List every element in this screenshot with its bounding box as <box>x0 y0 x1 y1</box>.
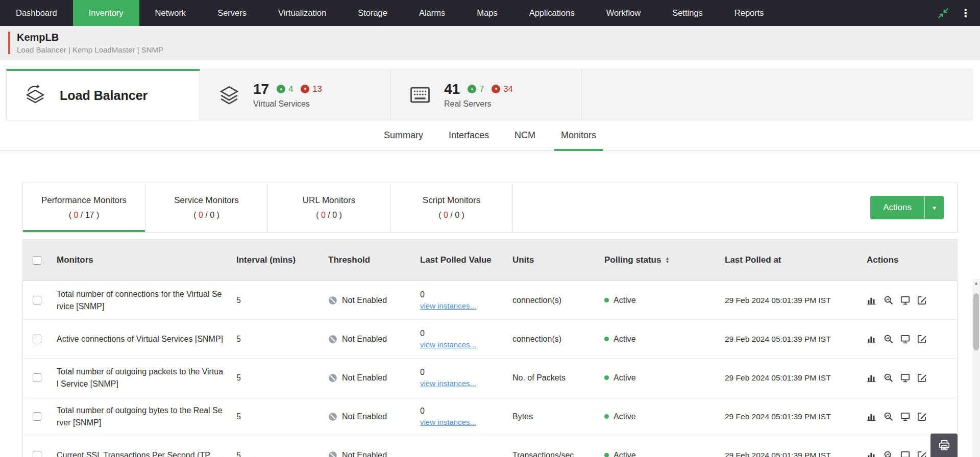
table-row: Active connections of Virtual Services [… <box>23 320 957 359</box>
threshold-text: Not Enabled <box>342 412 387 421</box>
nav-item-settings[interactable]: Settings <box>656 0 719 26</box>
edit-icon[interactable] <box>917 412 927 421</box>
stats-strip: 17 ▲ 4 ▼ 13 Virtual Services <box>200 69 972 120</box>
device-type-card[interactable]: Load Balancer <box>6 69 200 120</box>
nav-item-network[interactable]: Network <box>139 0 202 26</box>
tab-count: 00 <box>193 211 219 220</box>
monitor-name: Current SSL Transactions Per Second (TP <box>51 446 230 457</box>
tab-service-monitors[interactable]: Service Monitors 00 <box>145 183 268 232</box>
device-type-label: Load Balancer <box>60 88 148 103</box>
header-polling-status[interactable]: Polling status ▲▼ <box>598 252 719 268</box>
nav-right-controls: ⋮ <box>938 0 980 26</box>
virtual-services-down: ▼ 13 <box>301 84 322 94</box>
actions-dropdown-button[interactable]: ▾ <box>924 196 944 219</box>
tab-url-monitors[interactable]: URL Monitors 00 <box>268 183 390 232</box>
nav-item-storage[interactable]: Storage <box>342 0 403 26</box>
zoom-graph-icon[interactable] <box>884 412 893 421</box>
edit-icon[interactable] <box>917 295 927 305</box>
view-instances-link[interactable]: view instances... <box>420 418 476 426</box>
status-dot <box>604 375 609 380</box>
not-enabled-icon <box>328 335 337 344</box>
nav-item-dashboard[interactable]: Dashboard <box>0 0 73 26</box>
row-checkbox[interactable] <box>33 296 41 304</box>
bar-chart-icon[interactable] <box>867 373 876 383</box>
down-arrow-icon: ▼ <box>492 85 500 93</box>
tab-script-monitors[interactable]: Script Monitors 00 <box>390 183 513 232</box>
virtual-services-card[interactable]: 17 ▲ 4 ▼ 13 Virtual Services <box>200 69 391 120</box>
monitor-name: Total number of outgoing bytes to the Re… <box>51 401 230 431</box>
nav-item-reports[interactable]: Reports <box>719 0 780 26</box>
tab-count: 017 <box>69 211 100 220</box>
up-count: 4 <box>288 84 293 94</box>
nav-item-maps[interactable]: Maps <box>461 0 513 26</box>
sort-icon[interactable]: ▲▼ <box>665 257 669 264</box>
monitor-icon[interactable] <box>900 334 910 344</box>
monitor-icon[interactable] <box>900 450 910 457</box>
bar-chart-icon[interactable] <box>867 295 876 305</box>
nav-item-alarms[interactable]: Alarms <box>403 0 461 26</box>
not-enabled-icon <box>328 412 337 421</box>
row-checkbox[interactable] <box>33 373 41 382</box>
stats-strip-filler <box>582 69 972 120</box>
nav-item-servers[interactable]: Servers <box>202 0 262 26</box>
tab-interfaces[interactable]: Interfaces <box>436 120 502 150</box>
zoom-graph-icon[interactable] <box>884 373 893 383</box>
real-servers-card[interactable]: 41 ▲ 7 ▼ 34 Real Servers <box>391 69 582 120</box>
edit-icon[interactable] <box>917 373 927 383</box>
monitor-icon[interactable] <box>900 295 910 305</box>
nav-item-workflow[interactable]: Workflow <box>591 0 657 26</box>
collapse-view-icon[interactable] <box>938 8 949 19</box>
scrollbar-thumb[interactable] <box>973 293 979 350</box>
bar-chart-icon[interactable] <box>867 334 876 344</box>
scroll-up-icon[interactable]: ▲ <box>972 281 980 286</box>
header-actions: Actions <box>861 252 957 268</box>
bar-chart-icon[interactable] <box>867 412 876 421</box>
tab-summary[interactable]: Summary <box>371 120 436 150</box>
bar-chart-icon[interactable] <box>867 450 876 457</box>
interval-value: 5 <box>230 448 322 457</box>
up-arrow-icon: ▲ <box>468 85 476 93</box>
interval-value: 5 <box>230 409 322 424</box>
view-instances-link[interactable]: view instances... <box>420 301 476 310</box>
view-instances-link[interactable]: view instances... <box>420 340 476 349</box>
monitor-icon[interactable] <box>900 412 910 421</box>
tab-monitors[interactable]: Monitors <box>548 120 609 150</box>
nav-item-applications[interactable]: Applications <box>513 0 591 26</box>
tab-ncm[interactable]: NCM <box>502 120 548 150</box>
threshold-text: Not Enabled <box>342 335 387 344</box>
zoom-graph-icon[interactable] <box>884 295 893 305</box>
row-checkbox[interactable] <box>33 412 41 421</box>
printer-icon <box>938 439 951 452</box>
header-polling-status-label: Polling status <box>604 255 661 265</box>
last-polled-at: 29 Feb 2024 05:01:39 PM IST <box>719 332 861 347</box>
view-instances-link[interactable]: view instances... <box>420 379 476 388</box>
tab-label: Performance Monitors <box>41 195 127 206</box>
select-all-checkbox[interactable] <box>33 256 41 265</box>
threshold-text: Not Enabled <box>342 296 387 305</box>
virtual-services-count: 17 <box>253 81 269 97</box>
last-polled-at: 29 Feb 2024 05:01:39 PM IST <box>719 293 861 308</box>
more-options-icon[interactable]: ⋮ <box>960 8 971 18</box>
up-arrow-icon: ▲ <box>277 85 285 93</box>
last-polled-value: 0 <box>420 407 500 416</box>
print-button[interactable] <box>930 434 958 457</box>
vertical-scrollbar[interactable]: ▲ <box>972 279 980 457</box>
nav-item-inventory[interactable]: Inventory <box>73 0 139 26</box>
edit-icon[interactable] <box>917 450 927 457</box>
last-polled-value: 0 <box>420 329 500 338</box>
actions-button[interactable]: Actions <box>870 196 924 219</box>
zoom-graph-icon[interactable] <box>884 334 893 344</box>
row-checkbox[interactable] <box>33 451 41 457</box>
edit-icon[interactable] <box>917 334 927 344</box>
tab-count: 00 <box>316 211 342 220</box>
monitor-icon[interactable] <box>900 373 910 383</box>
status-dot <box>604 453 609 457</box>
table-row: Total number of connections for the Virt… <box>23 281 957 320</box>
zoom-graph-icon[interactable] <box>884 450 893 457</box>
server-icon <box>408 84 432 106</box>
status-dot <box>604 337 609 341</box>
nav-item-virtualization[interactable]: Virtualization <box>262 0 342 26</box>
threshold-text: Not Enabled <box>342 451 387 457</box>
row-checkbox[interactable] <box>33 335 41 343</box>
tab-performance-monitors[interactable]: Performance Monitors 017 <box>23 183 145 232</box>
